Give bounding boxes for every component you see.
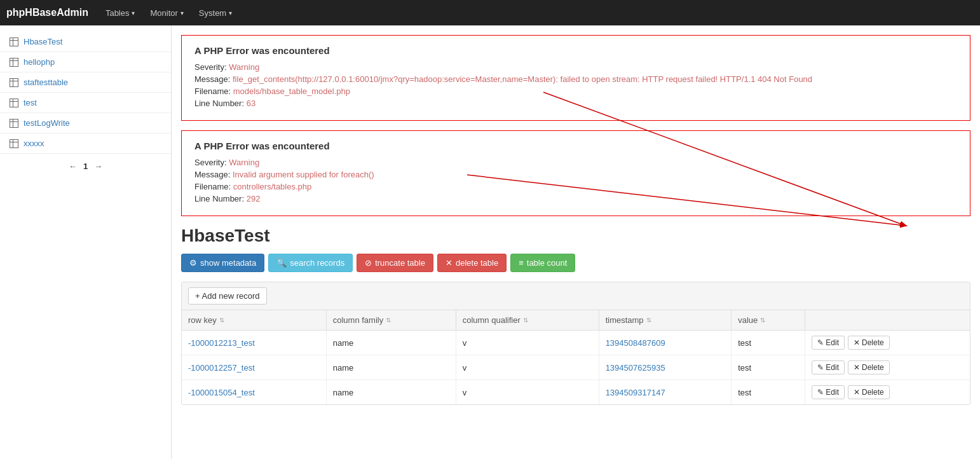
table-icon [10, 38, 18, 46]
delete-button[interactable]: ✕ Delete [848, 385, 890, 399]
td-row-key: -1000012257_test [182, 355, 326, 380]
error-filename-2: Filename: controllers/tables.php [194, 182, 957, 191]
td-timestamp: 1394508487609 [599, 331, 732, 355]
times-icon: ✕ [446, 258, 453, 268]
truncate-table-button[interactable]: ⊘ truncate table [357, 254, 433, 272]
nav-tables[interactable]: Tables ▾ [98, 0, 143, 25]
error-line-2: Line Number: 292 [194, 194, 957, 203]
table-count-button[interactable]: ≡ table count [510, 254, 575, 272]
times-icon: ✕ [854, 338, 860, 347]
main-layout: HbaseTest hellophp staftesttable test te… [0, 25, 980, 459]
error-box-1: A PHP Error was encountered Severity: Wa… [181, 35, 970, 121]
table-head: row key ⇅ column family ⇅ [182, 310, 970, 331]
next-page-button[interactable]: → [94, 161, 102, 171]
error-message-2: Message: Invalid argument supplied for f… [194, 170, 957, 179]
table-header-row: row key ⇅ column family ⇅ [182, 310, 970, 331]
td-row-key: -1000015054_test [182, 380, 326, 405]
table-icon [10, 78, 18, 87]
error-filename-1: Filename: models/hbase_table_model.php [194, 86, 957, 96]
search-icon: 🔍 [276, 258, 287, 268]
error-severity-2: Severity: Warning [194, 158, 957, 167]
td-timestamp: 1394509317147 [599, 380, 732, 405]
data-table: row key ⇅ column family ⇅ [182, 310, 970, 404]
pencil-icon: ✎ [817, 338, 824, 347]
table-body: -1000012213_test name v 1394508487609 te… [182, 331, 970, 405]
sidebar-item-test[interactable]: test [0, 93, 171, 113]
edit-button[interactable]: ✎ Edit [812, 360, 845, 374]
sort-icon-column-family: ⇅ [386, 317, 391, 324]
content-area: A PHP Error was encountered Severity: Wa… [172, 25, 980, 459]
td-actions: ✎ Edit ✕ Delete [805, 331, 970, 355]
system-chevron-icon: ▾ [229, 10, 232, 17]
search-records-button[interactable]: 🔍 search records [268, 254, 353, 272]
monitor-chevron-icon: ▾ [180, 10, 184, 17]
edit-button[interactable]: ✎ Edit [812, 336, 845, 350]
table-toolbar: + Add new record [182, 282, 970, 310]
th-timestamp: timestamp ⇅ [599, 310, 732, 331]
th-column-qualifier: column qualifier ⇅ [456, 310, 599, 331]
error-severity-1: Severity: Warning [194, 62, 957, 72]
show-metadata-button[interactable]: ⚙ show metadata [181, 254, 264, 272]
delete-table-button[interactable]: ✕ delete table [437, 254, 507, 272]
table-row: -1000012213_test name v 1394508487609 te… [182, 331, 970, 355]
table-icon [10, 99, 18, 107]
td-row-key: -1000012213_test [182, 331, 326, 355]
nav-monitor[interactable]: Monitor ▾ [142, 0, 191, 25]
nav-menu: Tables ▾ Monitor ▾ System ▾ [98, 0, 240, 25]
td-column-family: name [326, 331, 456, 355]
current-page: 1 [83, 161, 88, 171]
sidebar-item-hellophp[interactable]: hellophp [0, 52, 171, 72]
sort-icon-timestamp: ⇅ [646, 317, 651, 324]
table-icon [10, 119, 18, 128]
th-row-key: row key ⇅ [182, 310, 326, 331]
error-line-1: Line Number: 63 [194, 99, 957, 108]
td-column-qualifier: v [456, 331, 599, 355]
error-box-2: A PHP Error was encountered Severity: Wa… [181, 130, 970, 216]
table-row: -1000012257_test name v 1394507625935 te… [182, 355, 970, 380]
td-actions: ✎ Edit ✕ Delete [805, 380, 970, 405]
sidebar-item-testlogwrite[interactable]: testLogWrite [0, 113, 171, 134]
sidebar-pagination: ← 1 → [0, 154, 171, 179]
td-column-family: name [326, 355, 456, 380]
error-title-1: A PHP Error was encountered [194, 45, 957, 56]
add-record-button[interactable]: + Add new record [188, 287, 267, 305]
error-message-1: Message: file_get_contents(http://127.0.… [194, 74, 957, 84]
th-actions [805, 310, 970, 331]
sidebar-item-xxxxx[interactable]: xxxxx [0, 134, 171, 154]
sidebar-item-staftesttable[interactable]: staftesttable [0, 72, 171, 93]
data-table-container: + Add new record row key ⇅ column [181, 282, 970, 405]
times-icon: ✕ [854, 388, 860, 397]
delete-button[interactable]: ✕ Delete [848, 336, 890, 350]
td-timestamp: 1394507625935 [599, 355, 732, 380]
edit-button[interactable]: ✎ Edit [812, 385, 845, 399]
brand[interactable]: phpHBaseAdmin [6, 7, 88, 18]
th-value: value ⇅ [732, 310, 805, 331]
ban-icon: ⊘ [365, 258, 372, 268]
prev-page-button[interactable]: ← [69, 161, 77, 171]
td-column-qualifier: v [456, 380, 599, 405]
error-title-2: A PHP Error was encountered [194, 140, 957, 151]
delete-button[interactable]: ✕ Delete [848, 360, 890, 374]
nav-system[interactable]: System ▾ [191, 0, 240, 25]
sidebar-item-hbasetest[interactable]: HbaseTest [0, 32, 171, 52]
td-value: test [732, 355, 805, 380]
pencil-icon: ✎ [817, 388, 824, 397]
td-value: test [732, 380, 805, 405]
td-column-qualifier: v [456, 355, 599, 380]
times-icon: ✕ [854, 363, 860, 372]
td-column-family: name [326, 380, 456, 405]
table-icon [10, 58, 18, 67]
sort-icon-value: ⇅ [760, 317, 765, 324]
action-buttons: ⚙ show metadata 🔍 search records ⊘ trunc… [181, 254, 970, 272]
table-row: -1000015054_test name v 1394509317147 te… [182, 380, 970, 405]
settings-icon: ⚙ [189, 258, 197, 268]
th-column-family: column family ⇅ [326, 310, 456, 331]
table-icon [10, 139, 18, 148]
td-value: test [732, 331, 805, 355]
list-icon: ≡ [519, 258, 524, 268]
pencil-icon: ✎ [817, 363, 824, 372]
tables-chevron-icon: ▾ [132, 10, 135, 17]
sort-icon-column-qualifier: ⇅ [523, 317, 528, 324]
navbar: phpHBaseAdmin Tables ▾ Monitor ▾ System … [0, 0, 980, 25]
td-actions: ✎ Edit ✕ Delete [805, 355, 970, 380]
